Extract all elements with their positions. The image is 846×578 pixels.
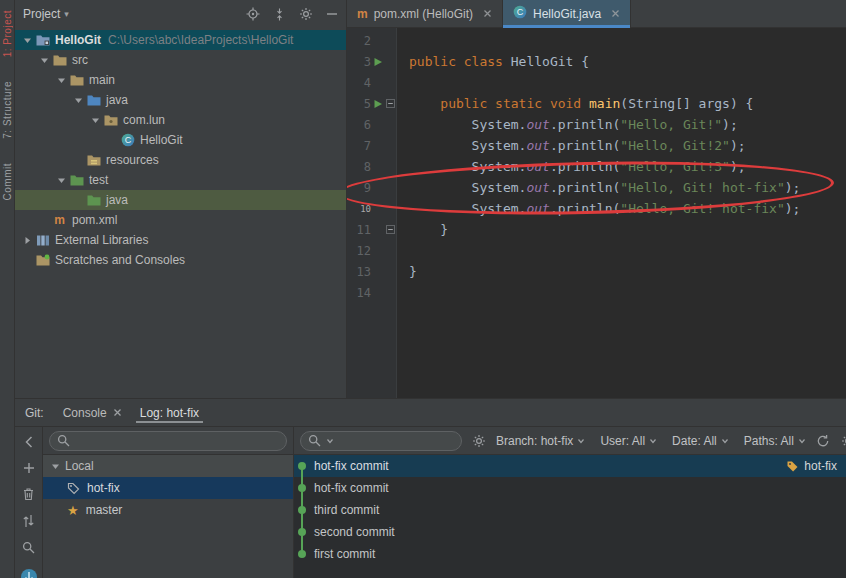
editor-tab-pom-xml-hellogit[interactable]: mpom.xml (HelloGit)	[347, 0, 503, 27]
stripe-button-1-project[interactable]: 1: Project	[2, 10, 13, 57]
code-token: System.	[409, 201, 526, 216]
tree-expanded-arrow-icon[interactable]	[51, 462, 60, 471]
stripe-button-commit[interactable]: Commit	[2, 163, 13, 200]
close-icon[interactable]	[611, 9, 620, 18]
code-line-6[interactable]: System.out.println("Hello, Git!");	[397, 114, 846, 135]
filter-paths[interactable]: Paths: All	[744, 434, 806, 448]
code-line-2[interactable]	[397, 30, 846, 51]
code-area[interactable]: public class HelloGit { public static vo…	[397, 28, 846, 398]
tree-collapsed-arrow-icon[interactable]	[21, 236, 34, 245]
code-line-11[interactable]: }	[397, 219, 846, 240]
branch-search-field[interactable]	[49, 431, 287, 451]
branch-item-master[interactable]: ★master	[43, 499, 293, 521]
tree-item-scratches-and-consoles[interactable]: Scratches and Consoles	[15, 250, 346, 270]
line-number: 4	[347, 76, 371, 90]
commit-search-field[interactable]	[300, 431, 462, 451]
presentation-settings-gear-icon[interactable]	[472, 434, 486, 448]
code-line-9[interactable]: System.out.println("Hello, Git! hot-fix"…	[397, 177, 846, 198]
code-line-4[interactable]	[397, 72, 846, 93]
tree-expanded-arrow-icon[interactable]	[55, 76, 68, 85]
code-token: out	[526, 159, 549, 174]
tree-item-main[interactable]: main	[15, 70, 346, 90]
fold-icon[interactable]	[385, 99, 396, 108]
close-icon[interactable]	[483, 9, 492, 18]
code-token: System.	[409, 180, 526, 195]
filter-user[interactable]: User: All	[600, 434, 657, 448]
tree-item-test[interactable]: test	[15, 170, 346, 190]
settings-gear-icon[interactable]	[299, 7, 313, 21]
tree-expanded-arrow-icon[interactable]	[38, 56, 51, 65]
code-line-7[interactable]: System.out.println("Hello, Git!2");	[397, 135, 846, 156]
code-line-10[interactable]: System.out.println("Hello, Git! hot-fix"…	[397, 198, 846, 219]
tree-item-src[interactable]: src	[15, 50, 346, 70]
branch-search-input[interactable]	[75, 434, 279, 448]
chevron-down-icon[interactable]	[326, 437, 334, 445]
run-gutter-icon[interactable]	[371, 99, 385, 109]
code-line-14[interactable]	[397, 282, 846, 303]
ref-name: hot-fix	[804, 459, 837, 473]
branch-item-hot-fix[interactable]: hot-fix	[43, 477, 293, 499]
collapse-panel-icon[interactable]	[23, 435, 35, 449]
commit-graph	[296, 543, 308, 565]
delete-icon[interactable]	[22, 487, 35, 501]
tree-expanded-arrow-icon[interactable]	[21, 36, 34, 45]
folder-res-icon	[85, 154, 102, 166]
tree-item-hellogit[interactable]: CHelloGit	[15, 130, 346, 150]
tree-expanded-arrow-icon[interactable]	[89, 116, 102, 125]
tree-item-external-libraries[interactable]: External Libraries	[15, 230, 346, 250]
tree-item-label: java	[106, 93, 128, 107]
tree-item-com-lun[interactable]: com.lun	[15, 110, 346, 130]
branch-group-local[interactable]: Local	[43, 455, 293, 477]
tree-item-resources[interactable]: resources	[15, 150, 346, 170]
git-toolwindow-icon[interactable]	[20, 568, 38, 578]
run-gutter-icon[interactable]	[371, 57, 385, 67]
tree-item-java[interactable]: java	[15, 190, 346, 210]
settings-gear-icon[interactable]	[841, 434, 846, 448]
code-line-8[interactable]: System.out.println("Hello, Git!3");	[397, 156, 846, 177]
commit-row[interactable]: hot-fix commit	[294, 477, 846, 499]
stripe-button-7-structure[interactable]: 7: Structure	[2, 81, 13, 139]
hide-panel-icon[interactable]	[326, 8, 338, 20]
code-token: );	[785, 201, 801, 216]
git-tab-log-hot-fix[interactable]: Log: hot-fix	[131, 399, 208, 426]
compare-branches-icon[interactable]	[22, 514, 35, 528]
tree-expanded-arrow-icon[interactable]	[72, 96, 85, 105]
filter-branch[interactable]: Branch: hot-fix	[496, 434, 585, 448]
commit-row[interactable]: third commit	[294, 499, 846, 521]
collapse-all-icon[interactable]	[273, 8, 286, 21]
refresh-icon[interactable]	[816, 434, 830, 448]
code-line-12[interactable]	[397, 240, 846, 261]
close-icon[interactable]	[113, 406, 122, 420]
tree-expanded-arrow-icon[interactable]	[55, 176, 68, 185]
commit-graph-dot	[298, 506, 306, 514]
commit-row[interactable]: second commit	[294, 521, 846, 543]
search-icon[interactable]	[22, 541, 35, 554]
fold-icon[interactable]	[385, 225, 396, 234]
code-line-3[interactable]: public class HelloGit {	[397, 51, 846, 72]
editor-tab-hellogit-java[interactable]: CHelloGit.java	[503, 0, 631, 27]
commit-row[interactable]: first commit	[294, 543, 846, 565]
class-icon: C	[119, 133, 136, 147]
log-pane: Branch: hot-fixUser: AllDate: AllPaths: …	[294, 427, 846, 578]
git-tab-bar: ConsoleLog: hot-fix	[54, 399, 208, 426]
tree-item-pom-xml[interactable]: mpom.xml	[15, 210, 346, 230]
project-view-selector[interactable]: Project ▾	[23, 7, 69, 21]
folder-icon	[68, 74, 85, 86]
tree-item-hellogit[interactable]: HelloGitC:\Users\abc\IdeaProjects\HelloG…	[15, 30, 346, 50]
code-line-13[interactable]: }	[397, 261, 846, 282]
tree-item-java[interactable]: java	[15, 90, 346, 110]
code-token: out	[526, 201, 549, 216]
locate-file-icon[interactable]	[246, 7, 260, 21]
new-branch-icon[interactable]	[23, 462, 35, 474]
git-tab-console[interactable]: Console	[54, 399, 131, 426]
code-token: .println(	[550, 180, 620, 195]
branches-pane: Localhot-fix★master	[43, 427, 294, 578]
commit-search-input[interactable]	[339, 434, 454, 448]
svg-text:C: C	[517, 7, 524, 17]
commit-row[interactable]: hot-fix commithot-fix	[294, 455, 846, 477]
ref-label-hot-fix[interactable]: hot-fix	[786, 459, 846, 473]
code-line-5[interactable]: public static void main(String[] args) {	[397, 93, 846, 114]
folder-test-icon	[68, 174, 85, 186]
filter-date[interactable]: Date: All	[672, 434, 729, 448]
lib-icon	[34, 234, 51, 247]
